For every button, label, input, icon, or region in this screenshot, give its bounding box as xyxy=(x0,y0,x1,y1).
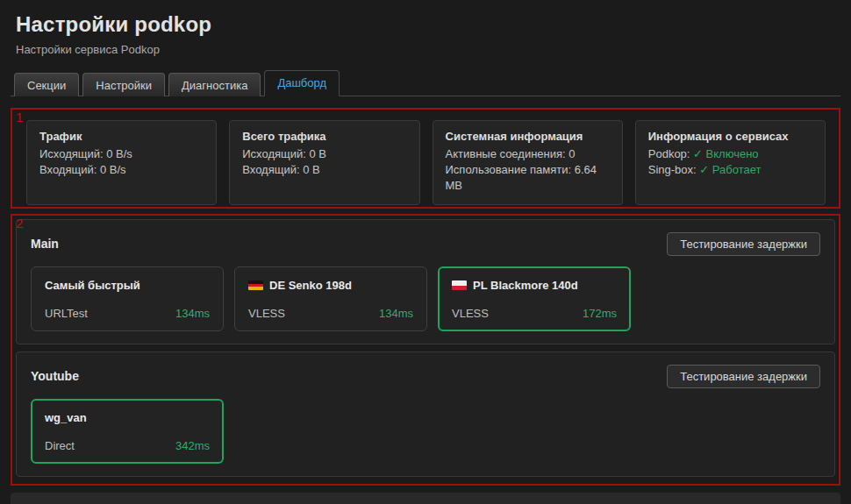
flag-de-icon xyxy=(248,280,263,290)
proxy-type: URLTest xyxy=(45,307,88,320)
service-name: Sing-box: xyxy=(648,163,697,176)
service-status: Работает xyxy=(712,163,762,176)
proxy-type: VLESS xyxy=(248,307,285,320)
card-title: Трафик xyxy=(39,130,204,143)
total-outgoing: Исходящий: 0 B xyxy=(242,146,406,162)
tab-bar: Секции Настройки Диагностика Дашборд xyxy=(11,70,840,96)
proxy-row: wg_van Direct 342ms xyxy=(31,399,820,464)
memory-usage: Использование памяти: 6.64 MB xyxy=(446,162,610,194)
annotation-label-1: 1 xyxy=(16,110,23,124)
section-title: Main xyxy=(31,237,59,251)
footer-bar: Save & Apply ▼ Save Reset xyxy=(11,493,840,504)
service-name: Podkop: xyxy=(648,147,690,160)
latency-test-button-main[interactable]: Тестирование задержки xyxy=(667,232,820,256)
proxy-latency: 172ms xyxy=(583,307,617,320)
section-title: Youtube xyxy=(31,369,79,383)
proxy-card-wg-van[interactable]: wg_van Direct 342ms xyxy=(31,399,224,464)
tab-dashboard[interactable]: Дашборд xyxy=(264,70,340,96)
section-main: Main Тестирование задержки Самый быстрый… xyxy=(16,219,835,344)
page-header: Настройки podkop Настройки сервиса Podko… xyxy=(11,12,840,56)
proxy-card-pl-blackmore[interactable]: PL Blackmore 140d VLESS 172ms xyxy=(438,266,631,331)
proxy-latency: 134ms xyxy=(379,307,413,320)
total-traffic-card: Всего трафика Исходящий: 0 B Входящий: 0… xyxy=(229,120,419,205)
tab-sections[interactable]: Секции xyxy=(14,73,79,96)
service-status: Включено xyxy=(706,147,759,160)
system-info-card: Системная информация Активные соединения… xyxy=(433,120,623,205)
services-info-card: Информация о сервисах Podkop: ✓ Включено… xyxy=(635,120,826,205)
section-youtube: Youtube Тестирование задержки wg_van Dir… xyxy=(16,351,835,477)
proxy-row: Самый быстрый URLTest 134ms DE Senko 198… xyxy=(31,266,820,331)
check-icon: ✓ xyxy=(699,163,709,176)
traffic-outgoing: Исходящий: 0 B/s xyxy=(39,146,204,162)
traffic-card: Трафик Исходящий: 0 B/s Входящий: 0 B/s xyxy=(26,120,217,205)
annotation-rect-2: 2 Main Тестирование задержки Самый быстр… xyxy=(11,214,840,486)
stats-row: Трафик Исходящий: 0 B/s Входящий: 0 B/s … xyxy=(26,120,826,205)
tab-diagnostics[interactable]: Диагностика xyxy=(168,73,261,96)
total-incoming: Входящий: 0 B xyxy=(242,162,406,178)
proxy-name: Самый быстрый xyxy=(45,279,140,292)
proxy-name: wg_van xyxy=(45,411,87,424)
tab-settings[interactable]: Настройки xyxy=(82,73,165,96)
proxy-type: VLESS xyxy=(452,307,489,320)
proxy-card-de-senko[interactable]: DE Senko 198d VLESS 134ms xyxy=(234,266,427,331)
proxy-card-fastest[interactable]: Самый быстрый URLTest 134ms xyxy=(31,266,224,331)
podkop-status-line: Podkop: ✓ Включено xyxy=(648,146,812,162)
page-subtitle: Настройки сервиса Podkop xyxy=(16,43,840,56)
traffic-incoming: Входящий: 0 B/s xyxy=(39,162,204,178)
page-title: Настройки podkop xyxy=(16,12,840,37)
proxy-latency: 134ms xyxy=(175,307,210,320)
check-icon: ✓ xyxy=(693,147,703,160)
proxy-latency: 342ms xyxy=(175,439,210,452)
active-connections: Активные соединения: 0 xyxy=(446,146,610,162)
proxy-type: Direct xyxy=(45,439,75,452)
annotation-rect-1: 1 Трафик Исходящий: 0 B/s Входящий: 0 B/… xyxy=(11,108,840,209)
proxy-name: PL Blackmore 140d xyxy=(473,279,578,292)
latency-test-button-youtube[interactable]: Тестирование задержки xyxy=(667,365,820,388)
flag-pl-icon xyxy=(452,280,467,290)
proxy-name: DE Senko 198d xyxy=(269,279,352,292)
card-title: Системная информация xyxy=(446,130,610,143)
singbox-status-line: Sing-box: ✓ Работает xyxy=(648,162,812,178)
annotation-label-2: 2 xyxy=(16,216,23,231)
card-title: Всего трафика xyxy=(242,130,406,143)
page-root: Настройки podkop Настройки сервиса Podko… xyxy=(0,0,851,504)
card-title: Информация о сервисах xyxy=(648,130,812,143)
